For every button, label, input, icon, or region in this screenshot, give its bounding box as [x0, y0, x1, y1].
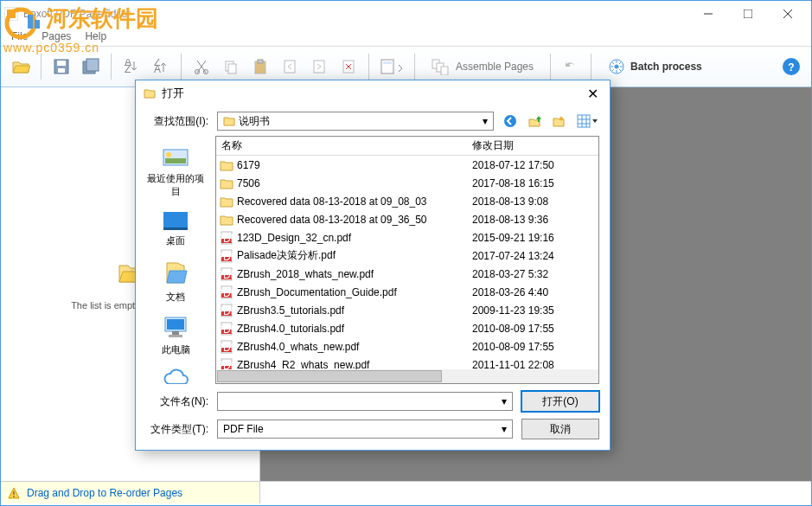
svg-point-18: [195, 70, 200, 74]
menu-file[interactable]: File: [8, 29, 31, 44]
svg-text:Z: Z: [125, 63, 131, 74]
titlebar: Boxoft PDF PageEditor: [1, 1, 811, 27]
file-list[interactable]: 名称 修改日期 61792018-07-12 17:5075062017-08-…: [215, 136, 599, 384]
place-documents[interactable]: 文档: [141, 256, 210, 307]
menu-pages[interactable]: Pages: [38, 29, 74, 44]
file-row[interactable]: Recovered data 08-13-2018 at 09_36_50201…: [216, 210, 598, 228]
file-name: 7506: [237, 177, 260, 189]
delete-page-button[interactable]: [336, 54, 361, 80]
assemble-pages-button[interactable]: Assemble Pages: [422, 54, 543, 80]
recent-icon: [162, 144, 189, 169]
assemble-pages-label: Assemble Pages: [456, 61, 534, 73]
svg-rect-13: [86, 59, 99, 71]
col-name[interactable]: 名称: [216, 138, 467, 153]
svg-rect-53: [172, 331, 179, 335]
cancel-button[interactable]: 取消: [521, 419, 599, 439]
filetype-combo[interactable]: PDF File▾: [217, 420, 513, 439]
batch-process-button[interactable]: Batch process: [598, 54, 712, 80]
svg-rect-49: [163, 212, 188, 227]
svg-text:PDF: PDF: [220, 269, 233, 281]
col-date[interactable]: 修改日期: [467, 138, 598, 153]
copy-button[interactable]: [218, 54, 244, 80]
open-dialog: 打开 ✕ 查找范围(I): 说明书 ▾ 最近使用的项目桌面文档此电脑WPS云文档…: [135, 80, 611, 451]
save-all-button[interactable]: [78, 54, 104, 80]
svg-rect-52: [167, 319, 184, 330]
file-date: 2017-08-18 16:15: [467, 177, 598, 189]
hscrollbar[interactable]: [216, 369, 598, 383]
file-date: 2018-03-26 4:40: [467, 286, 598, 298]
file-name: ZBrush_Documentation_Guide.pdf: [237, 286, 397, 298]
file-row[interactable]: PDFZBrush_2018_whats_new.pdf2018-03-27 5…: [216, 265, 598, 283]
help-button[interactable]: ?: [778, 54, 804, 80]
places-bar: 最近使用的项目桌面文档此电脑WPS云文档: [136, 136, 215, 384]
file-name: ZBrush3.5_tutorials.pdf: [237, 304, 344, 317]
maximize-button[interactable]: [728, 1, 768, 27]
svg-rect-11: [58, 68, 65, 73]
file-rows[interactable]: 61792018-07-12 17:5075062017-08-18 16:15…: [216, 156, 598, 369]
window-title: Boxoft PDF PageEditor: [23, 8, 688, 20]
new-folder-button[interactable]: [551, 113, 566, 129]
place-recent[interactable]: 最近使用的项目: [141, 141, 210, 202]
filename-input[interactable]: ▾: [217, 392, 513, 411]
file-row[interactable]: Recovered data 08-13-2018 at 09_08_03201…: [216, 192, 598, 210]
file-date: 2009-11-23 19:35: [467, 304, 598, 317]
file-row[interactable]: PDFZBrush4.0_tutorials.pdf2010-08-09 17:…: [216, 319, 598, 337]
svg-text:PDF: PDF: [220, 323, 233, 336]
file-row[interactable]: PDFPalisade决策分析.pdf2017-07-24 13:24: [216, 247, 598, 265]
minimize-button[interactable]: [688, 1, 728, 27]
svg-text:?: ?: [788, 61, 794, 74]
place-label: 此电脑: [162, 343, 190, 356]
lookin-combo[interactable]: 说明书 ▾: [217, 112, 494, 131]
svg-rect-4: [7, 10, 16, 18]
dialog-icon: [143, 86, 157, 100]
chevron-down-icon: ▾: [502, 395, 507, 407]
file-name: ZBrush4.0_whats_new.pdf: [237, 341, 359, 353]
sort-up-button[interactable]: ZA: [148, 54, 174, 80]
file-row[interactable]: PDFZBrush4_R2_whats_new.pdf2011-11-01 22…: [216, 355, 598, 369]
open-file-button[interactable]: 打开(O): [521, 391, 599, 412]
sort-down-button[interactable]: AZ: [118, 54, 144, 80]
dialog-close-button[interactable]: ✕: [582, 83, 603, 104]
file-list-header[interactable]: 名称 修改日期: [216, 137, 598, 156]
file-row[interactable]: PDFZBrush_Documentation_Guide.pdf2018-03…: [216, 283, 598, 301]
filename-label: 文件名(N):: [146, 394, 208, 409]
file-name: 123D_Design_32_cn.pdf: [237, 232, 351, 244]
svg-rect-23: [258, 60, 263, 63]
menu-help[interactable]: Help: [81, 29, 110, 44]
nav-up-button[interactable]: [527, 113, 542, 129]
place-desktop[interactable]: 桌面: [141, 207, 210, 251]
file-row[interactable]: 75062017-08-18 16:15: [216, 174, 598, 192]
paste-button[interactable]: [247, 54, 273, 80]
place-computer[interactable]: 此电脑: [141, 312, 210, 360]
nav-back-button[interactable]: [502, 113, 518, 129]
file-row[interactable]: PDFZBrush3.5_tutorials.pdf2009-11-23 19:…: [216, 301, 598, 319]
svg-point-40: [504, 115, 516, 127]
chevron-down-icon: ▾: [483, 115, 488, 127]
file-name: Recovered data 08-13-2018 at 09_36_50: [237, 214, 427, 226]
svg-text:PDF: PDF: [220, 251, 233, 263]
preview-button[interactable]: [376, 54, 407, 80]
svg-text:PDF: PDF: [220, 305, 233, 317]
dialog-titlebar: 打开 ✕: [136, 80, 610, 106]
undo-button[interactable]: [558, 54, 584, 80]
file-name: ZBrush4_R2_whats_new.pdf: [237, 359, 369, 370]
file-row[interactable]: PDFZBrush4.0_whats_new.pdf2010-08-09 17:…: [216, 337, 598, 355]
place-cloud[interactable]: WPS云文档: [141, 365, 210, 384]
dialog-body: 最近使用的项目桌面文档此电脑WPS云文档 名称 修改日期 61792018-07…: [136, 136, 610, 384]
save-button[interactable]: [48, 54, 74, 80]
page-next-button[interactable]: [306, 54, 332, 80]
status-hint-text: Drag and Drop to Re-order Pages: [27, 487, 182, 499]
file-row[interactable]: PDF123D_Design_32_cn.pdf2015-09-21 19:16: [216, 228, 598, 247]
file-name: Recovered data 08-13-2018 at 09_08_03: [237, 195, 427, 208]
close-button[interactable]: [768, 1, 808, 27]
page-prev-button[interactable]: [277, 54, 303, 80]
view-menu-button[interactable]: [575, 113, 599, 129]
file-name: ZBrush_2018_whats_new.pdf: [237, 268, 374, 280]
file-name: 6179: [237, 159, 260, 171]
file-date: 2015-09-21 19:16: [467, 232, 598, 244]
file-row[interactable]: 61792018-07-12 17:50: [216, 156, 598, 174]
hscroll-thumb[interactable]: [217, 370, 442, 382]
open-button[interactable]: [8, 54, 34, 80]
filetype-label: 文件类型(T):: [146, 422, 208, 437]
cut-button[interactable]: [189, 54, 214, 80]
